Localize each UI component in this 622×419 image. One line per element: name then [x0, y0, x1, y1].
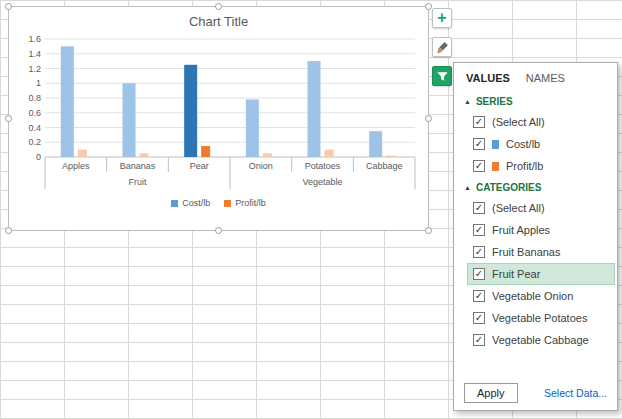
chart-legend[interactable]: Cost/lbProfit/lb — [9, 198, 428, 208]
checkbox[interactable]: ✓ — [473, 224, 485, 236]
filter-item-label: (Select All) — [492, 116, 545, 128]
selection-handle[interactable] — [5, 227, 12, 234]
selection-handle[interactable] — [425, 115, 432, 122]
svg-text:1.6: 1.6 — [28, 34, 41, 44]
checkbox[interactable]: ✓ — [473, 246, 485, 258]
svg-text:Vegetable: Vegetable — [302, 177, 342, 187]
chart-filters-pane: VALUES NAMES ▲ SERIES ✓(Select All)✓Cost… — [453, 62, 618, 411]
filter-item-label: Vegetable Onion — [492, 290, 573, 302]
filter-item-label: Fruit Apples — [492, 224, 550, 236]
categories-section-title: CATEGORIES — [476, 182, 541, 193]
selection-handle[interactable] — [5, 3, 12, 10]
chart-plot-area[interactable]: 1.61.41.210.80.60.40.20ApplesBananasPear… — [9, 31, 428, 195]
filter-item-profit-lb[interactable]: ✓Profit/lb — [467, 155, 615, 177]
categories-filter-list: ✓(Select All)✓Fruit Apples✓Fruit Bananas… — [454, 197, 617, 351]
svg-text:1.2: 1.2 — [28, 64, 41, 74]
paintbrush-icon — [436, 41, 449, 54]
plus-icon: + — [437, 10, 446, 26]
apply-button[interactable]: Apply — [464, 383, 518, 403]
filter-item-label: Fruit Pear — [492, 268, 540, 280]
series-color-icon — [492, 140, 499, 149]
filter-item-fruit-bananas[interactable]: ✓Fruit Bananas — [467, 241, 615, 263]
filter-item-label: Profit/lb — [506, 160, 543, 172]
filter-item-fruit-pear[interactable]: ✓Fruit Pear — [467, 263, 615, 285]
filter-item-label: Vegetable Potatoes — [492, 312, 587, 324]
chart[interactable]: Chart Title 1.61.41.210.80.60.40.20Apple… — [8, 6, 429, 231]
checkbox[interactable]: ✓ — [473, 312, 485, 324]
svg-text:0.4: 0.4 — [28, 123, 41, 133]
categories-section-header[interactable]: ▲ CATEGORIES — [454, 177, 617, 197]
svg-text:1.4: 1.4 — [28, 49, 41, 59]
legend-item[interactable]: Cost/lb — [171, 198, 210, 208]
checkbox[interactable]: ✓ — [473, 334, 485, 346]
select-data-link[interactable]: Select Data... — [544, 387, 607, 399]
collapse-triangle-icon: ▲ — [464, 98, 471, 105]
chart-filters-button[interactable] — [432, 66, 452, 86]
series-section-title: SERIES — [476, 96, 513, 107]
svg-text:Cabbage: Cabbage — [366, 161, 403, 171]
collapse-triangle-icon: ▲ — [464, 184, 471, 191]
selection-handle[interactable] — [425, 3, 432, 10]
filter-item-label: (Select All) — [492, 202, 545, 214]
series-filter-list: ✓(Select All)✓Cost/lb✓Profit/lb — [454, 111, 617, 177]
legend-label: Cost/lb — [182, 198, 210, 208]
tab-values[interactable]: VALUES — [466, 72, 510, 84]
checkbox[interactable]: ✓ — [473, 138, 485, 150]
svg-text:Onion: Onion — [249, 161, 273, 171]
checkbox[interactable]: ✓ — [473, 116, 485, 128]
filter-item-fruit-apples[interactable]: ✓Fruit Apples — [467, 219, 615, 241]
tab-names[interactable]: NAMES — [526, 72, 565, 84]
filter-item-label: Vegetable Cabbage — [492, 334, 589, 346]
series-color-icon — [492, 162, 499, 171]
svg-text:0.2: 0.2 — [28, 137, 41, 147]
selection-handle[interactable] — [425, 227, 432, 234]
svg-text:Apples: Apples — [62, 161, 90, 171]
svg-text:0.6: 0.6 — [28, 108, 41, 118]
legend-color-chip — [224, 200, 231, 207]
svg-text:1: 1 — [36, 78, 41, 88]
filter-item-label: Cost/lb — [506, 138, 540, 150]
filter-item-label: Fruit Bananas — [492, 246, 560, 258]
svg-text:Potatoes: Potatoes — [305, 161, 341, 171]
checkbox[interactable]: ✓ — [473, 290, 485, 302]
filter-item-select-all[interactable]: ✓(Select All) — [467, 197, 615, 219]
legend-color-chip — [171, 200, 178, 207]
svg-text:0.8: 0.8 — [28, 93, 41, 103]
checkbox[interactable]: ✓ — [473, 202, 485, 214]
selection-handle[interactable] — [215, 227, 222, 234]
svg-text:Pear: Pear — [190, 161, 209, 171]
series-section-header[interactable]: ▲ SERIES — [454, 91, 617, 111]
funnel-icon — [436, 70, 449, 83]
checkbox[interactable]: ✓ — [473, 160, 485, 172]
filter-item-vegetable-onion[interactable]: ✓Vegetable Onion — [467, 285, 615, 307]
svg-text:Bananas: Bananas — [120, 161, 156, 171]
filter-panel-tabs: VALUES NAMES — [454, 63, 617, 91]
svg-text:Fruit: Fruit — [129, 177, 147, 187]
filter-item-cost-lb[interactable]: ✓Cost/lb — [467, 133, 615, 155]
legend-item[interactable]: Profit/lb — [224, 198, 266, 208]
svg-text:0: 0 — [36, 152, 41, 162]
legend-label: Profit/lb — [235, 198, 266, 208]
chart-styles-button[interactable] — [432, 37, 452, 57]
filter-item-select-all[interactable]: ✓(Select All) — [467, 111, 615, 133]
selection-handle[interactable] — [215, 3, 222, 10]
filter-item-vegetable-cabbage[interactable]: ✓Vegetable Cabbage — [467, 329, 615, 351]
checkbox[interactable]: ✓ — [473, 268, 485, 280]
filter-item-vegetable-potatoes[interactable]: ✓Vegetable Potatoes — [467, 307, 615, 329]
chart-title[interactable]: Chart Title — [9, 14, 428, 29]
chart-elements-button[interactable]: + — [432, 8, 452, 28]
selection-handle[interactable] — [5, 115, 12, 122]
